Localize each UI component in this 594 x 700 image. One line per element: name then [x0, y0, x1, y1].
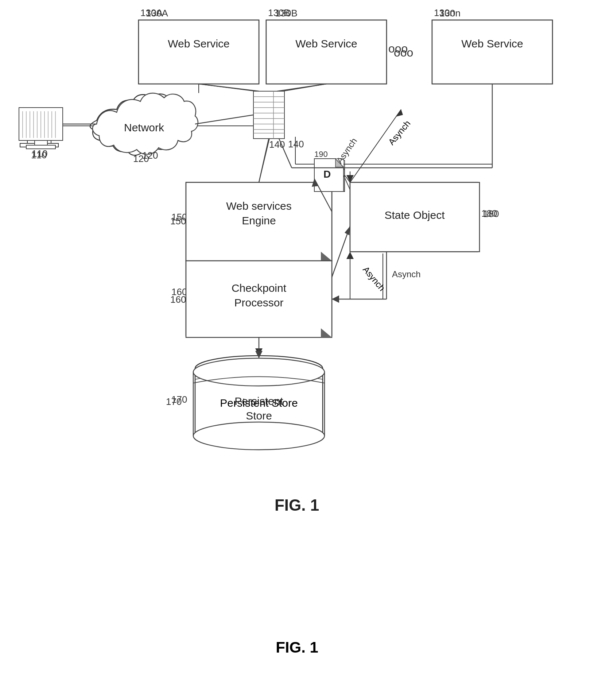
- svg-line-38: [199, 84, 270, 93]
- so-label: State Object: [350, 182, 478, 252]
- svg-marker-53: [346, 252, 354, 259]
- label-110: 110: [31, 150, 47, 161]
- svg-line-57: [345, 175, 350, 182]
- ws-130b-label: Web Service: [266, 20, 387, 84]
- ws-130a-label: Web Service: [139, 20, 259, 84]
- label-130n: 130n: [434, 7, 455, 19]
- network-label: Network: [97, 109, 195, 163]
- asynch-up-label: Asynch: [386, 119, 412, 147]
- wse-label: Web services Engine: [186, 182, 332, 261]
- diagram-svg: [0, 0, 594, 700]
- svg-marker-48: [255, 348, 263, 356]
- label-d: D: [317, 161, 345, 192]
- svg-marker-56: [332, 295, 339, 303]
- ps-label: Persistent Store: [195, 376, 323, 430]
- ws-130n-label: Web Service: [432, 20, 552, 84]
- label-130b: 130B: [268, 7, 290, 19]
- label-180: 180: [481, 208, 497, 219]
- label-140: 140: [288, 139, 304, 150]
- svg-line-39: [272, 84, 326, 93]
- label-130a: 130A: [140, 7, 163, 19]
- svg-rect-14: [27, 139, 51, 144]
- label-150: 150: [171, 212, 187, 223]
- cp-label: Checkpoint Processor: [186, 261, 332, 336]
- svg-marker-50: [346, 175, 354, 182]
- figure-label: FIG. 1: [276, 639, 318, 656]
- svg-marker-59: [396, 109, 403, 117]
- svg-line-43: [259, 137, 270, 182]
- label-160: 160: [171, 286, 187, 298]
- label-ooo: ooo: [388, 42, 408, 55]
- svg-rect-15: [20, 143, 58, 147]
- diagram: 130A 130B 130n ooo Web Service Web Servi…: [0, 0, 594, 700]
- svg-rect-13: [20, 109, 58, 139]
- label-170: 170: [171, 394, 187, 405]
- svg-rect-25: [255, 93, 284, 137]
- asynch-down-label: Asynch: [361, 264, 387, 293]
